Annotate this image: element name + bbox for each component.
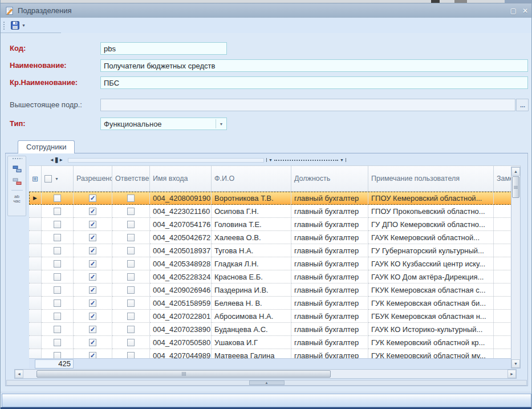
table-row[interactable]: ✓004_4205158959Беляева Н. В.главный бухг…	[29, 297, 521, 310]
table-row[interactable]: ✓004_4207050580 Ушакова И.Гглавный бухга…	[29, 336, 521, 349]
select-all-header[interactable]: ▼	[42, 166, 74, 192]
vertical-scroll-thumb[interactable]	[512, 176, 519, 198]
scroll-up-icon[interactable]: ▲	[511, 167, 520, 176]
responsible-checkbox[interactable]	[127, 326, 135, 333]
column-header-note[interactable]: Примечание пользователя	[368, 166, 494, 192]
vertical-scrollbar[interactable]: ▲ ▼	[511, 167, 521, 368]
table-row[interactable]: ✓004_4205042672Халеева О.В.главный бухга…	[29, 231, 521, 244]
responsible-checkbox[interactable]	[127, 273, 135, 281]
column-header-responsible[interactable]: Ответственный	[112, 166, 150, 192]
responsible-checkbox[interactable]	[127, 234, 135, 241]
window-titlebar[interactable]: Подразделения ▢ ✕	[1, 3, 532, 18]
note-cell: ГУ ДПО Кемеровский областно...	[368, 218, 494, 231]
table-row[interactable]: ✓004_4223021160Осипова Г.Н.главный бухга…	[29, 205, 521, 218]
scroll-down-icon[interactable]: ▼	[511, 359, 520, 368]
permitted-checkbox[interactable]: ✓	[89, 234, 96, 241]
add-employee-button[interactable]	[10, 163, 24, 175]
parent-dept-input[interactable]	[100, 99, 515, 111]
save-button[interactable]: ▼	[7, 19, 29, 32]
save-dropdown-icon[interactable]: ▼	[22, 23, 26, 27]
table-row[interactable]: ✓004_4207023890Буданцева А.С.главный бух…	[29, 323, 521, 336]
responsible-checkbox[interactable]	[127, 352, 135, 359]
responsible-checkbox[interactable]	[127, 221, 135, 228]
row-select-checkbox[interactable]	[54, 247, 61, 254]
row-select-checkbox[interactable]	[54, 234, 61, 241]
select-all-checkbox[interactable]	[44, 175, 52, 183]
permitted-checkbox[interactable]: ✓	[89, 299, 96, 307]
responsible-checkbox[interactable]	[127, 286, 135, 294]
row-select-checkbox[interactable]	[54, 208, 61, 215]
row-select-checkbox[interactable]	[54, 286, 61, 294]
permitted-checkbox[interactable]: ✓	[89, 208, 96, 215]
row-select-checkbox[interactable]	[54, 299, 61, 307]
maximize-button[interactable]: ▢	[510, 7, 517, 14]
table-row[interactable]: ▶✓004_4208009190Воротникова Т.В.главный …	[29, 192, 521, 205]
type-combobox[interactable]: Функциональное ▼	[100, 118, 227, 130]
row-select-checkbox[interactable]	[54, 260, 61, 268]
column-header-permitted[interactable]: Разрешено	[74, 166, 112, 192]
fixed-column-splitter[interactable]: ▼ ▼	[266, 157, 346, 163]
column-header-fio[interactable]: Ф.И.О	[212, 166, 291, 192]
fio-cell: Головина Т.Е.	[212, 218, 291, 231]
horizontal-scrollbar[interactable]: ◄ ►	[14, 369, 517, 379]
table-row[interactable]: ✓004_4207054176Головина Т.Е.главный бухг…	[29, 218, 521, 231]
fio-cell: Халеева О.В.	[212, 231, 291, 244]
permitted-checkbox[interactable]: ✓	[89, 195, 96, 202]
permitted-checkbox[interactable]: ✓	[89, 339, 96, 346]
row-indicator	[29, 323, 42, 336]
login-cell: 004_4208009190	[150, 192, 212, 205]
permitted-checkbox[interactable]: ✓	[89, 221, 96, 228]
column-splitter-track[interactable]	[68, 158, 264, 163]
name-input[interactable]	[100, 59, 528, 72]
responsible-checkbox[interactable]	[127, 299, 135, 307]
permitted-checkbox[interactable]: ✓	[89, 313, 96, 320]
responsible-checkbox[interactable]	[127, 195, 135, 202]
row-select-checkbox[interactable]	[54, 313, 61, 320]
table-row[interactable]: ✓004_4209026946Паздерина И.В.главный бух…	[29, 284, 521, 297]
scroll-left-icon[interactable]: ◄	[15, 370, 23, 378]
responsible-checkbox[interactable]	[127, 313, 135, 320]
side-toolbar-divider	[11, 190, 23, 191]
toolbar-grip[interactable]	[2, 21, 5, 31]
row-select-checkbox[interactable]	[54, 352, 61, 359]
short-name-input[interactable]	[100, 76, 528, 89]
responsible-checkbox[interactable]	[127, 247, 135, 254]
scroll-right-icon[interactable]: ►	[507, 370, 516, 378]
permitted-checkbox[interactable]: ✓	[89, 247, 96, 254]
grid-selector-icon[interactable]: ⊞	[29, 166, 42, 192]
table-row[interactable]: ✓004_4205018937Тугова Н.А.главный бухгал…	[29, 244, 521, 257]
column-header-login[interactable]: Имя входа	[150, 166, 212, 192]
close-button[interactable]: ✕	[522, 7, 528, 14]
permitted-checkbox-cell: ✓	[74, 297, 112, 310]
permitted-checkbox[interactable]: ✓	[89, 260, 96, 268]
responsible-checkbox[interactable]	[127, 339, 135, 346]
row-select-checkbox[interactable]	[54, 326, 61, 333]
select-dropdown-icon[interactable]: ▼	[55, 177, 59, 181]
ab-chas-button[interactable]: abчас	[10, 193, 24, 205]
table-row[interactable]: ✓004_4205348928Гладкая Л.Н.главный бухга…	[29, 257, 521, 270]
permitted-checkbox[interactable]: ✓	[89, 352, 96, 359]
tab-employees[interactable]: Сотрудники	[18, 140, 75, 153]
code-input[interactable]	[100, 42, 227, 55]
splitter-handle-icon[interactable]: ◄▐▌►	[50, 157, 63, 163]
splitter-collapse-button[interactable]: ▲	[249, 380, 285, 385]
note-cell: ГПОУ Прокопьевский областно...	[368, 205, 494, 218]
column-header-position[interactable]: Должность	[291, 166, 368, 192]
table-row[interactable]: ✓004_4205228324Краснова Е.Б.главный бухг…	[29, 270, 521, 284]
grid-side-toolbar: abчас	[7, 156, 26, 216]
row-select-checkbox[interactable]	[54, 195, 61, 202]
responsible-checkbox[interactable]	[127, 260, 135, 268]
remove-employee-button[interactable]	[10, 175, 24, 188]
responsible-checkbox[interactable]	[127, 208, 135, 215]
row-select-checkbox[interactable]	[54, 273, 61, 281]
row-select-checkbox[interactable]	[54, 221, 61, 228]
side-toolbar-grip[interactable]	[12, 157, 22, 160]
table-row[interactable]: ✓004_4207022801Абросимова Н.А.главный бу…	[29, 310, 521, 323]
permitted-checkbox[interactable]: ✓	[89, 326, 96, 333]
row-select-checkbox[interactable]	[54, 339, 61, 346]
horizontal-scroll-thumb[interactable]	[36, 370, 331, 378]
parent-dept-browse-button[interactable]: ...	[516, 99, 529, 111]
table-row[interactable]: ✓004_4207044989Матвеева Галинаглавный бу…	[29, 349, 521, 358]
permitted-checkbox[interactable]: ✓	[89, 286, 96, 294]
permitted-checkbox[interactable]: ✓	[89, 273, 96, 281]
